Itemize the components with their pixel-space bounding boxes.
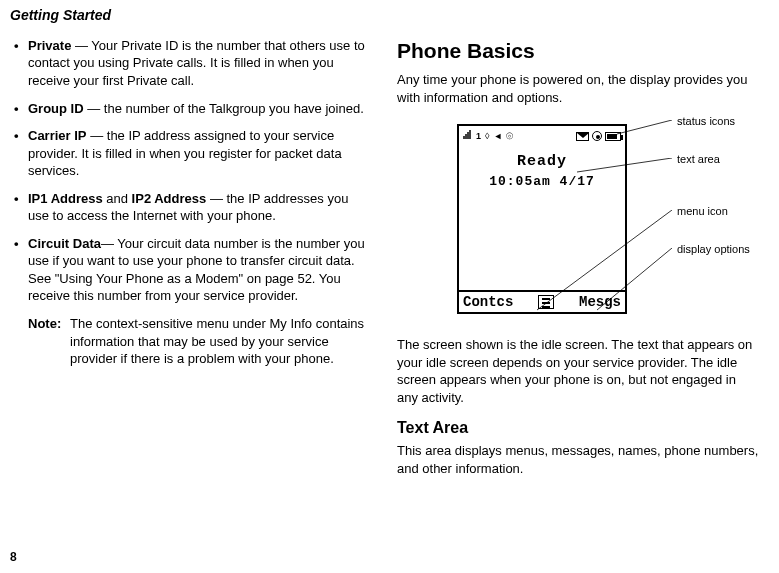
callout-label: menu icon xyxy=(677,205,728,217)
callout-menu-icon: menu icon xyxy=(677,204,728,219)
bullet-content: Carrier IP — the IP address assigned to … xyxy=(28,127,372,180)
svg-line-1 xyxy=(577,158,672,172)
bullet-dot: • xyxy=(14,127,28,180)
phone-basics-heading: Phone Basics xyxy=(397,37,759,65)
svg-line-0 xyxy=(617,120,672,134)
callout-label: text area xyxy=(677,153,720,165)
status-right-icons xyxy=(576,131,621,141)
status-bar: 1 ◊ ◄ ⦾ xyxy=(459,126,625,146)
phone-screen-figure: 1 ◊ ◄ ⦾ Ready 10:05am 4/17 xyxy=(397,114,759,334)
page-number: 8 xyxy=(10,549,17,565)
bullet-carrierip: • Carrier IP — the IP address assigned t… xyxy=(10,127,372,180)
text-area-paragraph: This area displays menus, messages, name… xyxy=(397,442,759,477)
right-column: Phone Basics Any time your phone is powe… xyxy=(397,37,759,485)
bullet-label: Group ID xyxy=(28,101,84,116)
envelope-icon xyxy=(576,132,589,141)
bullet-dot: • xyxy=(14,190,28,225)
bullet-text: — the number of the Talkgroup you have j… xyxy=(84,101,364,116)
bullet-label: Carrier IP xyxy=(28,128,87,143)
bullet-mid: and xyxy=(103,191,132,206)
data-icon: ◊ xyxy=(485,130,490,142)
bullet-groupid: • Group ID — the number of the Talkgroup… xyxy=(10,100,372,118)
bullet-dot: • xyxy=(14,100,28,118)
note-text: The context-sensitive menu under My Info… xyxy=(70,315,372,368)
running-header: Getting Started xyxy=(10,6,759,25)
two-column-layout: • Private — Your Private ID is the numbe… xyxy=(10,37,759,485)
svg-line-3 xyxy=(597,248,672,310)
note-block: Note: The context-sensitive menu under M… xyxy=(10,315,372,368)
text-area-heading: Text Area xyxy=(397,417,759,439)
one-x-icon: 1 xyxy=(476,130,482,142)
bullet-content: IP1 Address and IP2 Address — the IP add… xyxy=(28,190,372,225)
bullet-text: — Your Private ID is the number that oth… xyxy=(28,38,365,88)
left-column: • Private — Your Private ID is the numbe… xyxy=(10,37,372,485)
status-left-icons: 1 ◊ ◄ ⦾ xyxy=(463,129,514,144)
idle-screen-paragraph: The screen shown is the idle screen. The… xyxy=(397,336,759,406)
bullet-label: IP1 Address xyxy=(28,191,103,206)
ring-icon xyxy=(592,131,602,141)
callout-display-options: display options xyxy=(677,242,750,257)
bullet-private: • Private — Your Private ID is the numbe… xyxy=(10,37,372,90)
bullet-dot: • xyxy=(14,235,28,305)
bullet-label: Private xyxy=(28,38,71,53)
note-label: Note: xyxy=(28,315,70,368)
bullet-content: Circuit Data— Your circuit data number i… xyxy=(28,235,372,305)
bullet-dot: • xyxy=(14,37,28,90)
speaker-icon: ◄ xyxy=(493,130,503,142)
callout-label: status icons xyxy=(677,115,735,127)
left-softkey: Contcs xyxy=(463,293,513,312)
vibrate-icon: ⦾ xyxy=(506,130,514,142)
signal-icon xyxy=(463,129,473,144)
callout-text-area: text area xyxy=(677,152,720,167)
intro-paragraph: Any time your phone is powered on, the d… xyxy=(397,71,759,106)
bullet-label2: IP2 Address xyxy=(132,191,207,206)
bullet-ipaddresses: • IP1 Address and IP2 Address — the IP a… xyxy=(10,190,372,225)
callout-label: display options xyxy=(677,243,750,255)
bullet-circuitdata: • Circuit Data— Your circuit data number… xyxy=(10,235,372,305)
callout-status-icons: status icons xyxy=(677,114,735,129)
bullet-content: Group ID — the number of the Talkgroup y… xyxy=(28,100,372,118)
bullet-label: Circuit Data xyxy=(28,236,101,251)
bullet-content: Private — Your Private ID is the number … xyxy=(28,37,372,90)
